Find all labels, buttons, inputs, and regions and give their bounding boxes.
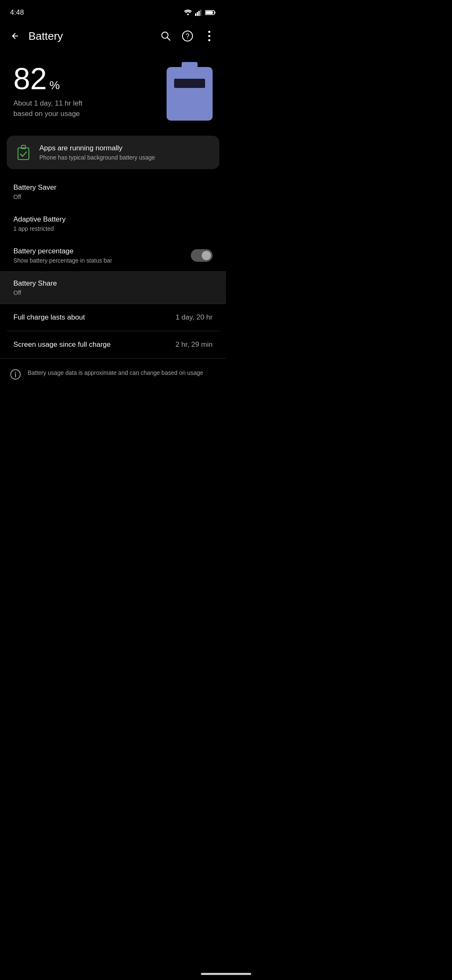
svg-rect-5 xyxy=(215,12,216,14)
page-title: Battery xyxy=(28,30,156,43)
more-options-button[interactable] xyxy=(199,26,219,46)
svg-point-12 xyxy=(208,35,211,37)
adaptive-battery-title: Adaptive Battery xyxy=(13,215,66,224)
status-card-text: Apps are running normally Phone has typi… xyxy=(39,144,155,161)
status-card-title: Apps are running normally xyxy=(39,144,155,152)
battery-ok-icon xyxy=(15,144,32,161)
battery-saver-item[interactable]: Battery Saver Off xyxy=(0,176,226,208)
battery-percent-symbol: % xyxy=(49,79,60,92)
svg-rect-0 xyxy=(195,13,196,16)
help-icon: ? xyxy=(182,30,193,42)
svg-rect-3 xyxy=(200,10,201,16)
toggle-thumb xyxy=(202,251,211,260)
battery-graphic xyxy=(167,62,213,121)
adaptive-battery-text: Adaptive Battery 1 app restricted xyxy=(13,215,66,232)
battery-percentage-toggle[interactable] xyxy=(191,249,213,262)
battery-percent-row: 82 % xyxy=(13,64,82,94)
svg-text:?: ? xyxy=(186,33,190,40)
status-card[interactable]: Apps are running normally Phone has typi… xyxy=(7,136,219,169)
status-bar: 4:48 xyxy=(0,0,226,22)
battery-status-icon xyxy=(205,10,216,15)
battery-percentage-title: Battery percentage xyxy=(13,247,112,255)
bottom-disclaimer: Battery usage data is approximate and ca… xyxy=(0,360,226,388)
divider-4 xyxy=(0,358,226,358)
battery-percentage-subtitle: Show battery percentage in status bar xyxy=(13,257,112,264)
top-actions: ? xyxy=(156,26,219,46)
help-button[interactable]: ? xyxy=(177,26,198,46)
battery-share-item[interactable]: Battery Share Off xyxy=(0,272,226,304)
battery-info-left: 82 % About 1 day, 11 hr left based on yo… xyxy=(13,64,82,119)
signal-icon xyxy=(195,9,203,16)
svg-rect-14 xyxy=(18,148,29,160)
battery-share-subtitle: Off xyxy=(13,289,57,296)
wifi-icon xyxy=(183,9,193,16)
full-charge-row: Full charge lasts about 1 day, 20 hr xyxy=(0,304,226,331)
battery-share-text: Battery Share Off xyxy=(13,279,57,296)
back-button[interactable] xyxy=(5,26,25,46)
back-arrow-icon xyxy=(9,30,21,42)
svg-point-13 xyxy=(208,39,211,41)
battery-time-left: About 1 day, 11 hr left based on your us… xyxy=(13,98,82,119)
screen-usage-row: Screen usage since full charge 2 hr, 29 … xyxy=(0,331,226,358)
battery-saver-text: Battery Saver Off xyxy=(13,183,56,200)
battery-overview: 82 % About 1 day, 11 hr left based on yo… xyxy=(0,50,226,132)
battery-percentage-item[interactable]: Battery percentage Show battery percenta… xyxy=(0,240,226,271)
battery-percentage-text: Battery percentage Show battery percenta… xyxy=(13,247,112,264)
status-icons xyxy=(183,9,216,16)
app-bar: Battery ? xyxy=(0,22,226,50)
battery-share-title: Battery Share xyxy=(13,279,57,288)
screen-usage-label: Screen usage since full charge xyxy=(13,340,110,349)
svg-rect-6 xyxy=(206,11,213,14)
battery-saver-title: Battery Saver xyxy=(13,183,56,192)
full-charge-value: 1 day, 20 hr xyxy=(175,313,213,322)
adaptive-battery-subtitle: 1 app restricted xyxy=(13,225,66,232)
svg-point-18 xyxy=(15,372,16,373)
search-icon xyxy=(160,31,171,41)
adaptive-battery-item[interactable]: Adaptive Battery 1 app restricted xyxy=(0,208,226,240)
disclaimer-text: Battery usage data is approximate and ca… xyxy=(28,369,203,377)
more-vert-icon xyxy=(208,31,211,41)
screen-usage-value: 2 hr, 29 min xyxy=(175,340,213,349)
full-charge-label: Full charge lasts about xyxy=(13,313,85,322)
svg-line-8 xyxy=(167,38,170,41)
svg-rect-2 xyxy=(198,11,200,16)
search-button[interactable] xyxy=(156,26,176,46)
info-icon xyxy=(10,369,21,380)
svg-rect-1 xyxy=(197,12,198,16)
battery-body xyxy=(167,67,213,121)
status-time: 4:48 xyxy=(10,8,24,17)
svg-point-11 xyxy=(208,31,211,33)
battery-check-icon xyxy=(16,144,31,160)
battery-dark-bar xyxy=(174,79,205,88)
battery-percent-number: 82 xyxy=(13,64,47,94)
status-card-subtitle: Phone has typical background battery usa… xyxy=(39,154,155,161)
battery-saver-subtitle: Off xyxy=(13,193,56,200)
